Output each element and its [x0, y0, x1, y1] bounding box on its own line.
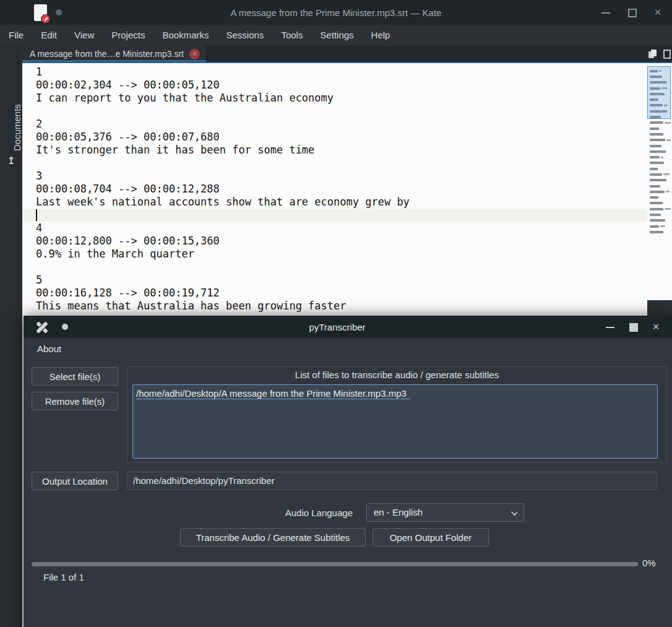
kate-left-sidebar: Documents ↥ [0, 46, 22, 627]
text-cursor [36, 209, 37, 221]
menu-item-tools[interactable]: Tools [272, 25, 311, 46]
pytranscriber-window-title: pyTranscriber [24, 322, 651, 332]
output-path-field[interactable]: /home/adhi/Desktop/pyTranscriber [127, 472, 657, 490]
editor-line[interactable]: 3 [36, 170, 647, 183]
file-list-item[interactable]: /home/adhi/Desktop/A message from the Pr… [136, 387, 654, 400]
minimap-viewport[interactable] [647, 66, 671, 119]
editor-line[interactable] [22, 209, 647, 222]
editor-line[interactable]: 00:00:16,128 --> 00:00:19,712 [36, 287, 647, 300]
maximize-button[interactable] [626, 7, 637, 18]
editor-line[interactable] [36, 105, 647, 118]
progress-bar [32, 562, 638, 566]
progress-percent: 0% [642, 558, 656, 568]
kate-menubar: FileEditViewProjectsBookmarksSessionsToo… [0, 25, 672, 46]
audio-language-value: en - English [374, 507, 423, 517]
tab-close-icon[interactable]: × [189, 49, 200, 59]
editor-line[interactable]: 4 [36, 222, 647, 235]
editor-line[interactable]: 00:00:05,376 --> 00:00:07,680 [36, 131, 647, 144]
remove-files-button[interactable]: Remove file(s) [32, 392, 118, 410]
menu-item-bookmarks[interactable]: Bookmarks [153, 25, 217, 46]
document-stack-icon[interactable] [648, 50, 657, 58]
menu-item-projects[interactable]: Projects [103, 25, 153, 46]
transcribe-button[interactable]: Transcribe Audio / Generate Subtitles [180, 528, 366, 547]
editor-line[interactable]: 1 [36, 66, 647, 79]
tab-srt-file[interactable]: A message from the…e Minister.mp3.srt × [22, 46, 207, 62]
close-button[interactable]: × [652, 7, 663, 18]
tab-label: A message from the…e Minister.mp3.srt [30, 49, 184, 59]
editor-line[interactable]: 0.9% in the March quarter [36, 248, 647, 261]
editor-line[interactable]: Last week's national accounts show that … [36, 196, 647, 209]
editor-line[interactable]: 2 [36, 118, 647, 131]
editor-line[interactable]: I can report to you that the Australian … [36, 92, 647, 105]
pytranscriber-titlebar[interactable]: pyTranscriber × [24, 316, 672, 338]
kate-titlebar[interactable]: A message from the Prime Minister.mp3.sr… [0, 0, 672, 25]
editor-line[interactable] [36, 157, 647, 170]
editor-line[interactable]: 00:00:12,800 --> 00:00:15,360 [36, 235, 647, 248]
editor-line[interactable]: 00:00:08,704 --> 00:00:12,288 [36, 183, 647, 196]
pytranscriber-window: pyTranscriber × About Select file(s) Rem… [24, 316, 672, 627]
maximize-button[interactable] [627, 321, 639, 332]
file-list[interactable]: /home/adhi/Desktop/A message from the Pr… [132, 384, 658, 459]
menu-item-edit[interactable]: Edit [32, 25, 66, 46]
menu-item-view[interactable]: View [66, 25, 103, 46]
menu-item-about[interactable]: About [32, 344, 66, 354]
sidebar-item-documents[interactable]: Documents [0, 97, 22, 158]
minimize-button[interactable] [605, 321, 616, 332]
menu-item-help[interactable]: Help [363, 25, 399, 46]
editor-line[interactable] [36, 261, 647, 274]
file-list-group-title: List of files to transcribe audio / gene… [127, 370, 666, 380]
minimap-paper [647, 63, 672, 300]
file-list-groupbox: List of files to transcribe audio / gene… [127, 366, 667, 463]
select-files-button[interactable]: Select file(s) [32, 367, 118, 386]
menu-item-settings[interactable]: Settings [311, 25, 362, 46]
file-counter-label: File 1 of 1 [43, 572, 84, 582]
split-view-icon[interactable] [663, 50, 671, 59]
editor-line[interactable]: 5 [36, 274, 647, 287]
editor-line[interactable]: 00:00:02,304 --> 00:00:05,120 [36, 79, 647, 92]
editor-line[interactable]: It's stronger than it has been for some … [36, 144, 647, 157]
audio-language-label: Audio Language [272, 508, 353, 518]
pytranscriber-menubar: About [24, 338, 672, 359]
menu-item-file[interactable]: File [9, 25, 32, 46]
kate-tabbar: A message from the…e Minister.mp3.srt × [22, 46, 672, 62]
minimize-button[interactable] [600, 7, 611, 18]
audio-language-select[interactable]: en - English [366, 503, 524, 522]
open-output-folder-button[interactable]: Open Output Folder [373, 528, 489, 547]
menu-item-sessions[interactable]: Sessions [218, 25, 273, 46]
editor-line[interactable]: This means that Australia has been growi… [36, 300, 647, 313]
kate-window-title: A message from the Prime Minister.mp3.sr… [0, 7, 672, 18]
documents-toolview-icon: ↥ [0, 155, 22, 166]
desktop: A message from the Prime Minister.mp3.sr… [0, 0, 672, 627]
close-button[interactable]: × [650, 321, 661, 332]
chevron-down-icon [511, 509, 517, 516]
output-location-button[interactable]: Output Location [32, 472, 118, 490]
